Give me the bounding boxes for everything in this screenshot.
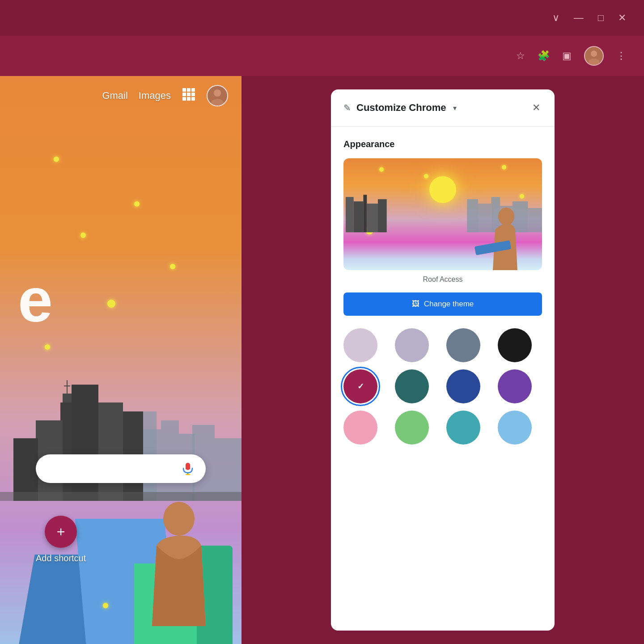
dropdown-arrow-icon[interactable]: ▾ bbox=[453, 104, 457, 112]
preview-star bbox=[379, 167, 384, 172]
extensions-icon[interactable]: 🧩 bbox=[538, 50, 550, 62]
star-decoration bbox=[170, 264, 175, 269]
svg-point-1 bbox=[591, 51, 597, 57]
color-swatch-crimson[interactable]: ✓ bbox=[343, 369, 377, 403]
svg-rect-25 bbox=[182, 97, 186, 101]
minimize-icon[interactable]: — bbox=[574, 12, 584, 24]
svg-rect-12 bbox=[64, 386, 70, 386]
star-decoration bbox=[134, 201, 140, 207]
color-swatch-pink-light[interactable] bbox=[343, 411, 377, 445]
preview-star bbox=[502, 165, 506, 169]
svg-rect-13 bbox=[72, 385, 98, 501]
svg-rect-40 bbox=[367, 203, 378, 232]
maximize-icon[interactable]: □ bbox=[598, 12, 604, 24]
add-shortcut-label: Add shortcut bbox=[36, 553, 86, 564]
svg-rect-35 bbox=[186, 466, 190, 469]
svg-rect-24 bbox=[191, 93, 195, 96]
color-swatch-blue-dark[interactable] bbox=[446, 369, 480, 403]
browser-toolbar: ☆ 🧩 ▣ ⋮ bbox=[0, 36, 644, 76]
left-bottom-section: + Add shortcut bbox=[0, 487, 242, 644]
color-swatches-grid: ✓ bbox=[343, 328, 542, 445]
search-bar[interactable] bbox=[36, 454, 206, 483]
user-avatar[interactable] bbox=[584, 46, 604, 66]
color-swatch-teal-medium[interactable] bbox=[446, 411, 480, 445]
star-decoration bbox=[107, 300, 115, 308]
star-decoration bbox=[80, 233, 86, 238]
add-shortcut-section: + Add shortcut bbox=[36, 516, 86, 564]
svg-point-48 bbox=[498, 208, 514, 225]
panel-title-group: ✎ Customize Chrome ▾ bbox=[343, 102, 457, 114]
left-panel: Gmail Images bbox=[0, 76, 242, 644]
google-account-avatar[interactable] bbox=[207, 85, 228, 106]
star-decoration bbox=[103, 603, 108, 608]
svg-rect-27 bbox=[191, 97, 195, 101]
google-navbar: Gmail Images bbox=[102, 85, 228, 106]
svg-point-36 bbox=[163, 502, 195, 536]
voice-search-icon[interactable] bbox=[179, 460, 197, 478]
bookmark-icon[interactable]: ☆ bbox=[516, 50, 525, 62]
color-swatch-teal-dark[interactable] bbox=[395, 369, 429, 403]
svg-rect-20 bbox=[187, 88, 191, 92]
svg-rect-19 bbox=[182, 88, 186, 92]
apps-grid-icon[interactable] bbox=[182, 87, 196, 105]
more-menu-icon[interactable]: ⋮ bbox=[616, 50, 626, 62]
change-theme-button[interactable]: 🖼 Change theme bbox=[343, 292, 542, 316]
svg-rect-21 bbox=[191, 88, 195, 92]
star-decoration bbox=[45, 344, 50, 350]
panel-header: ✎ Customize Chrome ▾ ✕ bbox=[331, 89, 555, 127]
appearance-section-title: Appearance bbox=[343, 139, 542, 149]
color-swatch-green-light[interactable] bbox=[395, 411, 429, 445]
svg-rect-22 bbox=[182, 93, 186, 96]
chevron-down-icon[interactable]: ∨ bbox=[552, 12, 559, 24]
svg-rect-39 bbox=[363, 195, 367, 233]
color-swatch-blue-light[interactable] bbox=[498, 411, 532, 445]
panel-body[interactable]: Appearance bbox=[331, 127, 555, 631]
svg-rect-47 bbox=[528, 208, 542, 232]
color-swatch-mauve[interactable] bbox=[395, 328, 429, 362]
svg-rect-37 bbox=[346, 197, 354, 232]
panel-title: Customize Chrome bbox=[356, 102, 446, 114]
close-panel-button[interactable]: ✕ bbox=[530, 100, 542, 115]
svg-rect-38 bbox=[354, 201, 364, 232]
change-theme-label: Change theme bbox=[424, 300, 474, 309]
close-window-icon[interactable]: ✕ bbox=[618, 12, 626, 24]
theme-preview bbox=[343, 158, 542, 270]
browser-titlebar: ∨ — □ ✕ bbox=[0, 0, 644, 36]
svg-rect-14 bbox=[98, 402, 123, 501]
star-decoration bbox=[54, 157, 59, 162]
google-logo-letter: e bbox=[18, 264, 53, 336]
svg-rect-26 bbox=[187, 97, 191, 101]
svg-point-29 bbox=[214, 89, 221, 97]
character-figure bbox=[89, 501, 215, 644]
main-content: Gmail Images bbox=[0, 76, 644, 644]
gmail-link[interactable]: Gmail bbox=[102, 90, 127, 102]
preview-star bbox=[424, 174, 428, 178]
theme-name-label: Roof Access bbox=[343, 275, 542, 284]
svg-rect-11 bbox=[67, 380, 68, 398]
color-swatch-purple[interactable] bbox=[498, 369, 532, 403]
svg-rect-23 bbox=[187, 93, 191, 96]
customize-chrome-panel: ✎ Customize Chrome ▾ ✕ Appearance bbox=[331, 89, 555, 631]
color-swatch-slate[interactable] bbox=[446, 328, 480, 362]
color-swatch-black[interactable] bbox=[498, 328, 532, 362]
svg-rect-41 bbox=[378, 199, 387, 232]
right-panel: ✎ Customize Chrome ▾ ✕ Appearance bbox=[242, 76, 644, 644]
selected-check-icon: ✓ bbox=[357, 381, 364, 391]
change-theme-icon: 🖼 bbox=[412, 300, 419, 309]
theme-preview-image bbox=[343, 158, 542, 270]
add-shortcut-button[interactable]: + bbox=[45, 516, 77, 548]
images-link[interactable]: Images bbox=[139, 90, 171, 102]
edit-icon: ✎ bbox=[343, 102, 351, 113]
color-swatch-lavender[interactable] bbox=[343, 328, 377, 362]
sidebar-icon[interactable]: ▣ bbox=[562, 50, 572, 62]
